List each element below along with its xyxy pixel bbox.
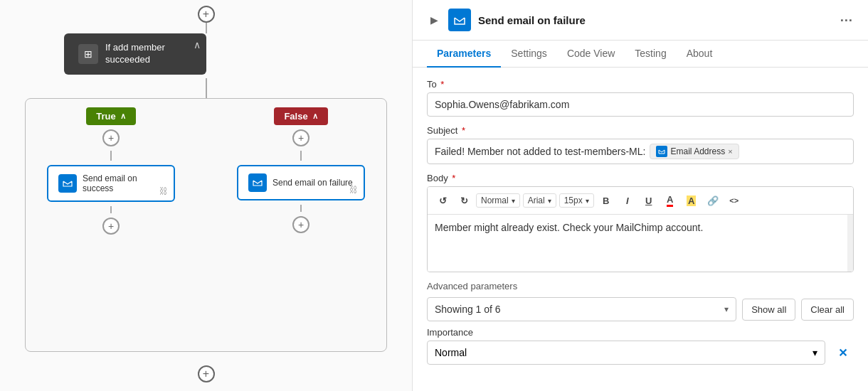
right-panel-title: Send email on failure (478, 14, 832, 26)
condition-collapse-btn[interactable]: ∧ (194, 39, 201, 50)
link-icon: ⛓ (159, 186, 168, 196)
advanced-label: Advanced parameters (427, 281, 854, 291)
show-all-button[interactable]: Show all (742, 299, 795, 321)
editor-toolbar: ↺ ↻ Normal ▾ Arial ▾ 15px ▾ B I (428, 187, 853, 215)
italic-button[interactable]: I (618, 191, 637, 210)
subject-field[interactable]: Failed! Member not added to test-members… (427, 139, 854, 164)
subject-required: * (462, 125, 465, 136)
importance-dropdown[interactable]: Normal ▾ (427, 341, 825, 365)
true-branch-label[interactable]: True ∧ (86, 107, 135, 125)
tabs-row: Parameters Settings Code View Testing Ab… (413, 41, 868, 68)
font-dropdown[interactable]: Arial ▾ (523, 193, 556, 208)
send-email-success-box[interactable]: Send email on success ⛓ (47, 165, 175, 202)
chip-label: Email Address (670, 146, 725, 156)
importance-delete-button[interactable]: ✕ (831, 341, 854, 364)
bottom-add-button[interactable]: + (198, 365, 215, 382)
importance-value: Normal (435, 347, 467, 358)
send-email-failure-box[interactable]: Send email on failure ⛓ (237, 165, 365, 200)
clear-all-button[interactable]: Clear all (801, 299, 854, 321)
importance-label: Importance (427, 327, 854, 338)
body-required: * (452, 173, 455, 183)
to-input[interactable]: Sophia.Owens@fabrikam.com (427, 92, 854, 117)
showing-dropdown[interactable]: Showing 1 of 6 ▾ (427, 297, 736, 321)
editor-scrollbar[interactable] (847, 215, 853, 272)
format-dropdown[interactable]: Normal ▾ (476, 193, 520, 208)
bold-button[interactable]: B (597, 191, 615, 210)
false-branch-bottom-add[interactable]: + (292, 216, 309, 233)
condition-label: If add member succeeded (105, 42, 165, 66)
font-color-button[interactable]: A (661, 191, 679, 210)
importance-chevron-icon: ▾ (813, 347, 817, 358)
false-branch-label[interactable]: False ∧ (274, 107, 327, 125)
to-field-group: To * Sophia.Owens@fabrikam.com (427, 79, 854, 117)
send-email-success-icon (58, 174, 77, 193)
subject-text: Failed! Member not added to test-members… (435, 146, 645, 157)
editor-body[interactable]: Member might already exist. Check your M… (428, 215, 853, 272)
chip-close-button[interactable]: × (728, 147, 732, 156)
tab-settings[interactable]: Settings (501, 41, 557, 68)
showing-text: Showing 1 of 6 (435, 304, 501, 315)
true-branch-add-button[interactable]: + (102, 129, 120, 146)
body-label: Body * (427, 173, 854, 183)
showing-chevron-icon: ▾ (724, 304, 729, 314)
condition-box[interactable]: ⊞ If add member succeeded ∧ (64, 33, 206, 75)
false-branch-add-button[interactable]: + (292, 129, 309, 146)
subject-label: Subject * (427, 125, 854, 136)
tab-testing[interactable]: Testing (625, 41, 676, 68)
body-text: Member might already exist. Check your M… (435, 222, 703, 233)
undo-button[interactable]: ↺ (433, 191, 452, 210)
to-required: * (440, 79, 444, 90)
header-action-icon (448, 9, 471, 31)
importance-group: Importance Normal ▾ ✕ (427, 327, 854, 365)
chip-email-icon (656, 146, 667, 157)
send-email-failure-icon (248, 173, 267, 192)
email-address-chip[interactable]: Email Address × (650, 144, 739, 159)
form-content: To * Sophia.Owens@fabrikam.com Subject *… (413, 68, 868, 391)
failure-link-icon: ⛓ (349, 185, 358, 195)
right-panel-header: ▶ Send email on failure ⋯ (413, 0, 868, 41)
importance-row: Normal ▾ ✕ (427, 341, 854, 365)
top-add-button[interactable]: + (198, 6, 215, 23)
redo-button[interactable]: ↻ (455, 191, 473, 210)
expand-button[interactable]: ▶ (427, 13, 441, 27)
tab-parameters[interactable]: Parameters (427, 41, 501, 68)
right-panel: ▶ Send email on failure ⋯ Parameters Set… (413, 0, 868, 391)
condition-icon: ⊞ (78, 44, 98, 64)
true-branch-bottom-add[interactable]: + (102, 218, 120, 235)
workflow-canvas: + ⊞ If add member succeeded ∧ True ∧ + (0, 0, 413, 391)
underline-button[interactable]: U (640, 191, 658, 210)
body-field-group: Body * ↺ ↻ Normal ▾ Arial ▾ 15px (427, 173, 854, 272)
to-label: To * (427, 79, 854, 90)
highlight-button[interactable]: A (682, 191, 701, 210)
send-email-failure-label: Send email on failure (272, 178, 353, 188)
link-button[interactable]: 🔗 (704, 191, 722, 210)
subject-field-group: Subject * Failed! Member not added to te… (427, 125, 854, 164)
advanced-row: Showing 1 of 6 ▾ Show all Clear all (427, 297, 854, 321)
code-button[interactable]: <> (725, 191, 743, 210)
more-options-button[interactable]: ⋯ (840, 12, 854, 28)
body-editor: ↺ ↻ Normal ▾ Arial ▾ 15px ▾ B I (427, 186, 854, 272)
tab-about[interactable]: About (677, 41, 723, 68)
tab-code-view[interactable]: Code View (557, 41, 625, 68)
advanced-parameters-section: Advanced parameters Showing 1 of 6 ▾ Sho… (427, 281, 854, 365)
send-email-success-label: Send email on success (83, 173, 164, 193)
size-dropdown[interactable]: 15px ▾ (559, 193, 594, 208)
